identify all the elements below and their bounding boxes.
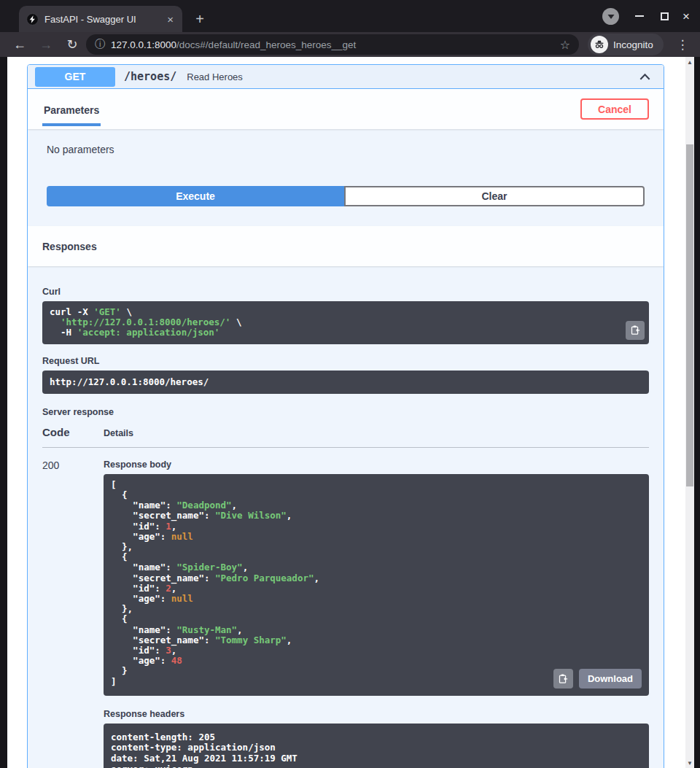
url-host: 127.0.0.1:8000 [111, 39, 176, 50]
request-url-label: Request URL [42, 356, 649, 366]
parameters-title: Parameters [42, 93, 101, 126]
forward-icon[interactable]: → [35, 32, 57, 57]
browser-menu-icon[interactable]: ⋮ [672, 34, 693, 55]
response-body-block: [ { "name": "Deadpond", "secret_name": "… [104, 474, 649, 696]
clear-button[interactable]: Clear [344, 186, 645, 206]
details-column-header: Details [104, 428, 649, 438]
response-headers-block: content-length: 205content-type: applica… [104, 724, 649, 768]
opblock-get-heroes: GET /heroes/ Read Heroes Parameters Canc… [27, 64, 664, 768]
response-row-200: 200 Response body [ { "name": "Deadpond"… [42, 448, 649, 768]
responses-title: Responses [42, 241, 97, 252]
scrollbar-thumb[interactable] [686, 144, 693, 486]
copy-curl-button[interactable] [626, 321, 645, 340]
execute-button[interactable]: Execute [47, 186, 344, 206]
response-body-label: Response body [104, 459, 649, 470]
code-column-header: Code [42, 426, 104, 438]
window-maximize-button[interactable] [655, 8, 674, 24]
opblock-summary[interactable]: GET /heroes/ Read Heroes [28, 65, 664, 89]
incognito-label: Incognito [613, 39, 653, 50]
scroll-up-icon[interactable]: ▲ [685, 57, 694, 67]
maximize-icon [661, 12, 669, 20]
fastapi-favicon-icon [26, 13, 39, 26]
endpoint-path: /heroes/ [124, 70, 176, 83]
page-scrollbar[interactable]: ▲ ▼ [685, 57, 694, 768]
window-close-button[interactable]: × [677, 8, 696, 24]
window-edge-right [694, 57, 700, 768]
back-icon[interactable]: ← [9, 32, 31, 57]
scroll-down-icon[interactable]: ▼ [685, 758, 694, 768]
download-button[interactable]: Download [579, 669, 642, 689]
window-minimize-button[interactable] [630, 8, 649, 24]
request-url-value: http://127.0.0.1:8000/heroes/ [50, 377, 642, 387]
site-info-icon[interactable]: ⓘ [95, 38, 105, 51]
new-tab-button[interactable]: + [191, 10, 209, 28]
tab-close-icon[interactable]: × [166, 13, 175, 26]
responses-header: Responses [28, 226, 664, 266]
browser-toolbar: ← → ↻ ⓘ 127.0.0.1:8000/docs#/default/rea… [0, 32, 700, 57]
curl-label: Curl [42, 287, 649, 297]
endpoint-summary: Read Heroes [187, 71, 243, 82]
browser-profile-icon[interactable] [602, 8, 619, 25]
response-headers-label: Response headers [104, 709, 649, 719]
copy-response-button[interactable] [553, 669, 573, 689]
window-edge-left [0, 57, 7, 768]
collapse-chevron-up-icon[interactable] [638, 70, 652, 84]
tab-title: FastAPI - Swagger UI [44, 14, 160, 25]
url-path: /docs#/default/read_heroes_heroes__get [176, 39, 356, 50]
status-code: 200 [42, 459, 104, 768]
execute-row: Execute Clear [47, 186, 645, 206]
address-bar[interactable]: ⓘ 127.0.0.1:8000/docs#/default/read_hero… [86, 34, 579, 55]
url-text: 127.0.0.1:8000/docs#/default/read_heroes… [111, 39, 554, 50]
incognito-badge: Incognito [588, 34, 664, 55]
parameters-header: Parameters Cancel [28, 89, 664, 129]
swagger-page: GET /heroes/ Read Heroes Parameters Canc… [7, 57, 685, 768]
request-url-block: http://127.0.0.1:8000/heroes/ [42, 371, 649, 394]
response-body-actions: Download [553, 669, 642, 689]
browser-tab[interactable]: FastAPI - Swagger UI × [19, 6, 182, 32]
server-response-label: Server response [42, 407, 649, 417]
parameters-body: No parameters Execute Clear [28, 129, 664, 206]
reload-icon[interactable]: ↻ [61, 32, 83, 57]
browser-titlebar: FastAPI - Swagger UI × + × [0, 0, 700, 32]
response-details-cell: Response body [ { "name": "Deadpond", "s… [104, 459, 649, 768]
incognito-icon [591, 36, 608, 53]
no-parameters-text: No parameters [47, 144, 645, 155]
response-table-header: Code Details [42, 426, 649, 448]
bookmark-star-icon[interactable]: ☆ [560, 38, 570, 52]
curl-command-block: curl -X 'GET' \ 'http://127.0.0.1:8000/h… [42, 301, 649, 344]
cancel-button[interactable]: Cancel [580, 98, 649, 120]
responses-body: Curl curl -X 'GET' \ 'http://127.0.0.1:8… [28, 266, 664, 768]
http-method-badge: GET [35, 67, 115, 87]
minimize-icon [635, 15, 644, 17]
